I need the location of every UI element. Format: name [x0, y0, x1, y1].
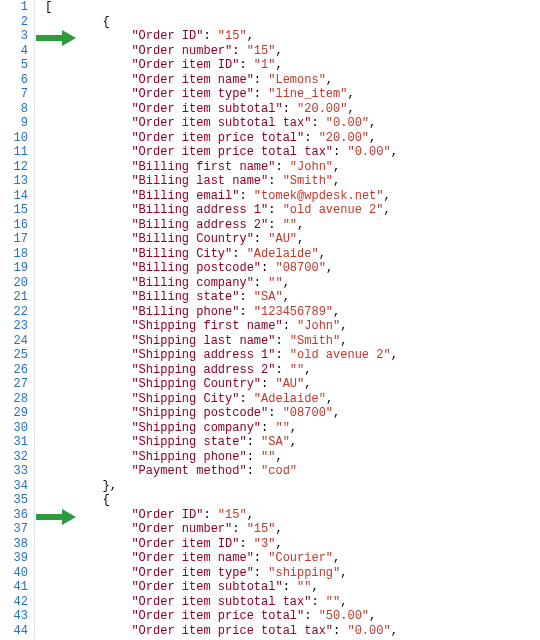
token-colon: : [283, 580, 297, 594]
line-number: 44 [0, 624, 28, 639]
line-number: 41 [0, 580, 28, 595]
line-number: 30 [0, 421, 28, 436]
token-colon: : [268, 218, 282, 232]
line-number: 10 [0, 131, 28, 146]
token-colon: : [275, 334, 289, 348]
token-colon: : [203, 508, 217, 522]
code-line: "Order item ID": "3", [45, 537, 540, 552]
line-number: 14 [0, 189, 28, 204]
line-number: 43 [0, 609, 28, 624]
line-number: 19 [0, 261, 28, 276]
line-number: 8 [0, 102, 28, 117]
token-punct: , [340, 334, 347, 348]
token-str: "Adelaide" [254, 392, 326, 406]
line-number: 33 [0, 464, 28, 479]
code-line: "Shipping address 1": "old avenue 2", [45, 348, 540, 363]
code-line: "Order item subtotal tax": "", [45, 595, 540, 610]
code-line: "Order item price total": "50.00", [45, 609, 540, 624]
code-line: "Order item type": "shipping", [45, 566, 540, 581]
line-number: 28 [0, 392, 28, 407]
token-colon: : [275, 348, 289, 362]
code-line: "Billing phone": "123456789", [45, 305, 540, 320]
code-line: "Order item price total tax": "0.00", [45, 624, 540, 639]
token-key: "Shipping Country" [131, 377, 261, 391]
token-punct: , [369, 131, 376, 145]
line-number: 34 [0, 479, 28, 494]
token-str: "15" [247, 522, 276, 536]
token-str: "AU" [268, 232, 297, 246]
token-str: "0.00" [347, 624, 390, 638]
token-punct: , [247, 29, 254, 43]
line-number: 29 [0, 406, 28, 421]
token-colon: : [311, 595, 325, 609]
token-colon: : [254, 566, 268, 580]
token-key: "Order ID" [131, 508, 203, 522]
line-number: 5 [0, 58, 28, 73]
token-colon: : [239, 290, 253, 304]
code-line: "Shipping City": "Adelaide", [45, 392, 540, 407]
line-number: 31 [0, 435, 28, 450]
code-line: "Order number": "15", [45, 522, 540, 537]
code-line: "Order item subtotal tax": "0.00", [45, 116, 540, 131]
token-key: "Order item subtotal" [131, 102, 282, 116]
token-str: "20.00" [297, 102, 347, 116]
token-colon: : [239, 58, 253, 72]
token-str: "AU" [275, 377, 304, 391]
token-punct: , [275, 58, 282, 72]
token-key: "Order item subtotal" [131, 580, 282, 594]
token-key: "Order item price total" [131, 609, 304, 623]
token-punct: , [283, 276, 290, 290]
token-colon: : [261, 261, 275, 275]
token-colon: : [304, 609, 318, 623]
line-number: 12 [0, 160, 28, 175]
token-key: "Shipping company" [131, 421, 261, 435]
token-str: "cod" [261, 464, 297, 478]
line-number: 36 [0, 508, 28, 523]
code-line: "Billing email": "tomek@wpdesk.net", [45, 189, 540, 204]
token-colon: : [268, 174, 282, 188]
token-punct: , [369, 609, 376, 623]
token-str: "John" [297, 319, 340, 333]
token-key: "Order number" [131, 44, 232, 58]
token-str: "shipping" [268, 566, 340, 580]
code-editor: 1234567891011121314151617181920212223242… [0, 0, 540, 638]
token-colon: : [283, 102, 297, 116]
token-str: "" [290, 363, 304, 377]
token-colon: : [268, 406, 282, 420]
token-punct: , [304, 377, 311, 391]
token-punct: , [333, 305, 340, 319]
token-punct: , [347, 102, 354, 116]
token-str: "15" [218, 508, 247, 522]
token-colon: : [239, 305, 253, 319]
token-key: "Shipping address 1" [131, 348, 275, 362]
token-key: "Billing email" [131, 189, 239, 203]
code-line: [ [45, 0, 540, 15]
token-str: "15" [247, 44, 276, 58]
token-key: "Billing last name" [131, 174, 268, 188]
token-key: "Shipping address 2" [131, 363, 275, 377]
token-punct: , [340, 319, 347, 333]
code-line: "Shipping company": "", [45, 421, 540, 436]
token-colon: : [254, 276, 268, 290]
token-key: "Billing Country" [131, 232, 253, 246]
token-punct: , [333, 160, 340, 174]
token-str: "20.00" [319, 131, 369, 145]
token-key: "Billing City" [131, 247, 232, 261]
line-number: 38 [0, 537, 28, 552]
code-line: "Billing Country": "AU", [45, 232, 540, 247]
token-str: "" [261, 450, 275, 464]
token-key: "Billing phone" [131, 305, 239, 319]
code-line: "Order item price total": "20.00", [45, 131, 540, 146]
token-str: "Adelaide" [247, 247, 319, 261]
token-str: "Lemons" [268, 73, 326, 87]
token-key: "Billing address 1" [131, 203, 268, 217]
token-punct: , [326, 73, 333, 87]
token-punct: { [103, 493, 110, 507]
token-punct: }, [103, 479, 117, 493]
code-area[interactable]: [ { "Order ID": "15", "Order number": "1… [45, 0, 540, 638]
token-str: "0.00" [326, 116, 369, 130]
token-punct: , [275, 44, 282, 58]
line-number: 42 [0, 595, 28, 610]
token-str: "old avenue 2" [290, 348, 391, 362]
token-key: "Order ID" [131, 29, 203, 43]
